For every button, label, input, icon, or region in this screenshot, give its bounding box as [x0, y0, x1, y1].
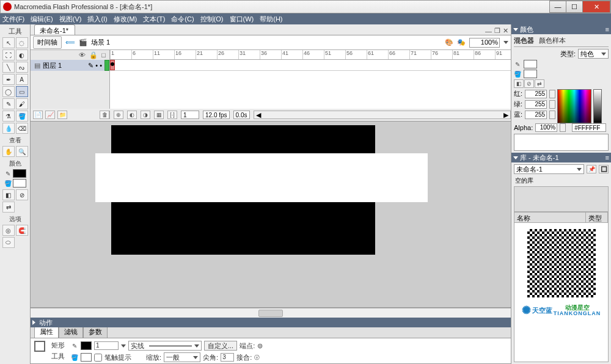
edit-multiple-icon[interactable]: ▦: [154, 111, 164, 119]
tab-swatches[interactable]: 颜色样本: [539, 36, 566, 45]
new-folder-button[interactable]: 📁: [57, 111, 67, 119]
rectangle-settings[interactable]: ⬭: [2, 237, 15, 248]
hand-tool[interactable]: ✋: [2, 146, 15, 157]
stroke-height-field[interactable]: 1: [94, 341, 119, 350]
menu-insert[interactable]: 插入(I): [87, 15, 107, 24]
stroke-color-swatch[interactable]: [13, 169, 26, 178]
r-fill-swatch[interactable]: [524, 70, 537, 78]
menu-help[interactable]: 帮助(H): [260, 15, 282, 24]
scroll-left-icon[interactable]: ◀: [254, 111, 263, 119]
stroke-hinting-checkbox[interactable]: [94, 354, 102, 362]
edit-symbols-icon[interactable]: 🎭: [457, 38, 466, 46]
library-col-type[interactable]: 类型: [586, 213, 608, 222]
library-panel-header[interactable]: 库 - 未命名-1 ≡: [511, 153, 611, 162]
edit-scene-icon[interactable]: 🎨: [445, 38, 453, 46]
onion-skin-icon[interactable]: ◐: [127, 111, 137, 119]
alpha-spinner[interactable]: [560, 123, 566, 132]
layer-row[interactable]: ▤ 图层 1 ✎ • •: [31, 60, 110, 71]
r-stroke-swatch[interactable]: [524, 60, 537, 68]
alpha-field[interactable]: 100%: [535, 123, 557, 132]
zoom-field[interactable]: 100%: [469, 38, 500, 48]
menu-window[interactable]: 窗口(W): [230, 15, 254, 24]
menu-view[interactable]: 视图(V): [59, 15, 82, 24]
panel-menu-icon-lib[interactable]: ≡: [606, 154, 609, 161]
nocolor-button-r[interactable]: ⊘: [524, 79, 534, 88]
scene-name[interactable]: 场景 1: [91, 38, 110, 47]
paint-bucket-tool[interactable]: 🪣: [16, 111, 28, 122]
menu-commands[interactable]: 命令(C): [171, 15, 194, 24]
window-maximize-button[interactable]: ☐: [566, 1, 583, 13]
bw-button-r[interactable]: ◧: [514, 79, 524, 88]
object-drawing-toggle[interactable]: ◎: [2, 225, 15, 236]
new-motion-guide-button[interactable]: 📈: [45, 111, 55, 119]
panel-menu-icon[interactable]: ≡: [606, 26, 609, 33]
hex-field[interactable]: #FFFFFF: [572, 123, 606, 132]
zoom-tool[interactable]: 🔍: [16, 146, 28, 157]
back-arrow-icon[interactable]: ⟸: [65, 38, 75, 46]
swap-button-r[interactable]: ⇄: [535, 79, 544, 88]
cap-icon[interactable]: ⊜: [257, 342, 263, 350]
black-white-button[interactable]: ◧: [2, 189, 15, 200]
menu-file[interactable]: 文件(F): [2, 15, 24, 24]
onion-markers-icon[interactable]: [·]: [167, 111, 177, 119]
outline-icon[interactable]: □: [101, 51, 106, 59]
tab-properties[interactable]: 属性: [34, 326, 59, 338]
window-close-button[interactable]: ✕: [582, 1, 610, 13]
doc-restore-button[interactable]: ❐: [494, 27, 500, 35]
selection-tool[interactable]: ↖: [2, 37, 15, 48]
stroke-height-dropdown-icon[interactable]: [121, 344, 126, 348]
miter-field[interactable]: 3: [221, 353, 234, 362]
fill-type-dropdown[interactable]: 纯色: [578, 49, 609, 59]
prop-fill-swatch[interactable]: [81, 353, 92, 362]
eraser-tool[interactable]: ⌫: [16, 123, 28, 134]
pen-tool[interactable]: ✒: [2, 74, 15, 85]
free-transform-tool[interactable]: ⛶: [2, 49, 15, 60]
timeline-ruler[interactable]: 161116212631364146515661667176818691: [110, 50, 511, 60]
green-spinner[interactable]: [549, 100, 555, 109]
frames-area[interactable]: [110, 60, 511, 71]
red-spinner[interactable]: [549, 90, 555, 98]
menu-edit[interactable]: 编辑(E): [31, 15, 53, 24]
new-layer-button[interactable]: 📄: [33, 111, 43, 119]
color-spectrum[interactable]: [557, 89, 591, 123]
green-field[interactable]: 255: [525, 100, 547, 109]
zoom-dropdown-icon[interactable]: [503, 41, 508, 44]
tab-parameters[interactable]: 参数: [83, 326, 108, 338]
tab-mixer[interactable]: 混色器: [514, 36, 534, 45]
timeline-toggle-button[interactable]: 时间轴: [33, 36, 62, 49]
library-doc-dropdown[interactable]: 未命名-1: [514, 164, 584, 174]
onion-outline-icon[interactable]: ◑: [141, 111, 150, 119]
library-col-name[interactable]: 名称: [514, 213, 586, 222]
scale-dropdown[interactable]: 一般: [164, 352, 200, 362]
rectangle-tool[interactable]: ▭: [16, 86, 28, 97]
prop-stroke-swatch[interactable]: [81, 341, 92, 350]
lock-icon[interactable]: 🔒: [89, 51, 98, 59]
menu-modify[interactable]: 修改(M): [114, 15, 137, 24]
current-frame-field[interactable]: 1: [181, 111, 199, 119]
pin-library-icon[interactable]: 📌: [587, 165, 596, 173]
gradient-transform-tool[interactable]: ◐: [16, 49, 28, 60]
lasso-tool[interactable]: ᔓ: [16, 62, 28, 73]
doc-close-button[interactable]: ✕: [503, 27, 508, 35]
delete-layer-button[interactable]: 🗑: [100, 111, 109, 119]
fill-color-swatch[interactable]: [13, 179, 26, 187]
shape-rect-white[interactable]: [95, 153, 428, 202]
scroll-right-icon[interactable]: ▶: [502, 111, 510, 119]
new-library-icon[interactable]: 🔲: [599, 165, 609, 173]
menu-text[interactable]: 文本(T): [143, 15, 165, 24]
custom-stroke-button[interactable]: 自定义...: [204, 341, 237, 351]
blue-field[interactable]: 255: [525, 111, 547, 119]
subselection-tool[interactable]: ◌: [16, 37, 28, 48]
layer-outline-color[interactable]: [104, 60, 109, 71]
color-panel-header[interactable]: 颜色 ≡: [511, 24, 611, 34]
doc-minimize-button[interactable]: —: [485, 27, 492, 35]
text-tool[interactable]: A: [16, 74, 28, 85]
show-hide-icon[interactable]: 👁: [79, 51, 86, 59]
window-minimize-button[interactable]: —: [549, 1, 566, 13]
pencil-tool[interactable]: ✎: [2, 98, 15, 109]
red-field[interactable]: 255: [525, 90, 547, 98]
oval-tool[interactable]: ◯: [2, 86, 15, 97]
brush-tool[interactable]: 🖌: [16, 98, 28, 109]
swap-colors-button[interactable]: ⇄: [2, 202, 15, 213]
actions-panel-header[interactable]: 动作: [31, 318, 511, 327]
